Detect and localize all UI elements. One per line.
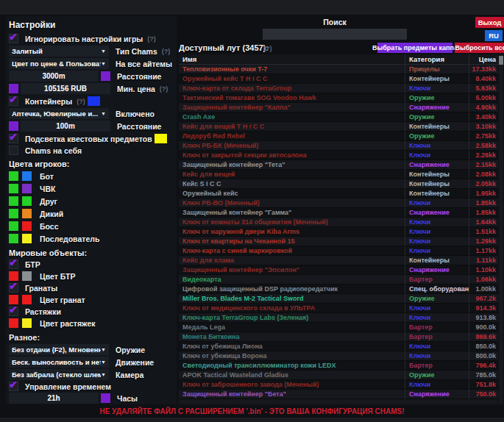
tripwire-visible-swatch[interactable] bbox=[9, 318, 18, 328]
help-icon[interactable]: (?) bbox=[263, 45, 272, 52]
player-visible-swatch[interactable] bbox=[9, 234, 18, 243]
table-row[interactable]: Ключ от заброшенного завода (Меченый)Клю… bbox=[179, 380, 498, 390]
table-row[interactable]: Защищенный контейнер "Бета"Снаряжение750… bbox=[179, 390, 498, 399]
column-header-category[interactable]: Категория bbox=[405, 54, 469, 64]
player-color-swatch[interactable] bbox=[22, 234, 32, 243]
table-row[interactable]: APOK Tactical Wasteland GladiusОружие785… bbox=[179, 371, 498, 380]
help-icon[interactable]: (?) bbox=[147, 35, 156, 43]
help-icon[interactable]: (?) bbox=[160, 85, 168, 93]
movement-dropdown[interactable]: Беск. выносливость и нет уста ▼ bbox=[9, 357, 109, 368]
table-row[interactable]: Ключ РБ-ВО (Меченый)Ключи1.85kk bbox=[179, 199, 498, 208]
table-row[interactable]: Защищенный контейнер "Гамма"Снаряжение1.… bbox=[179, 208, 498, 218]
table-row[interactable]: Ключ от комнаты 314 общежития (Меченый)К… bbox=[179, 218, 498, 227]
item-price: 17.33kk bbox=[469, 65, 498, 74]
table-row[interactable]: Ключ от медицинского склада в УЛЬТРАКлюч… bbox=[179, 304, 498, 313]
table-row[interactable]: ВидеокартаБартер1.06kk bbox=[179, 275, 498, 285]
player-color-swatch[interactable] bbox=[22, 221, 32, 231]
column-header-name[interactable]: Имя bbox=[179, 55, 405, 63]
item-name: Оружейный кейс bbox=[179, 190, 405, 197]
table-row[interactable]: Медаль LegaБартер900.0k bbox=[179, 323, 498, 332]
discard-all-button[interactable]: Выбросить все bbox=[455, 43, 504, 53]
player-visible-swatch[interactable] bbox=[9, 184, 18, 193]
language-button[interactable]: RU bbox=[485, 30, 503, 41]
distance-color-swatch[interactable] bbox=[101, 71, 110, 81]
item-price: 1.95kk bbox=[469, 189, 498, 198]
table-row[interactable]: Защищенный контейнер "Тета"Снаряжение2.1… bbox=[179, 160, 498, 170]
grenade-color-swatch[interactable] bbox=[22, 295, 32, 304]
table-row[interactable]: Ключ от наружной двери Kiba ArmsКлючи1.5… bbox=[179, 227, 498, 237]
cham-type-dropdown[interactable]: Залитый ▼ bbox=[9, 46, 109, 57]
color-mode-dropdown[interactable]: Цвет по цене & Пользователь ▼ bbox=[9, 58, 109, 69]
player-visible-swatch[interactable] bbox=[9, 171, 18, 181]
grenade-color-row: Цвет гранат bbox=[9, 293, 177, 306]
grenades-checkbox[interactable]: ✔ bbox=[9, 283, 18, 293]
camera-dropdown[interactable]: Без забрала (стекло шлема) ▼ bbox=[9, 369, 109, 380]
item-name: Медаль Lega bbox=[179, 323, 405, 331]
tripwire-color-swatch[interactable] bbox=[22, 318, 32, 328]
table-row[interactable]: Miller Bros. Blades M-2 Tactical SwordОр… bbox=[179, 294, 498, 304]
player-color-swatch[interactable] bbox=[22, 184, 32, 193]
weapon-dropdown[interactable]: Без отдачи (F2), Мгновенное п ▼ bbox=[9, 344, 109, 355]
search-input[interactable] bbox=[263, 29, 407, 40]
table-row[interactable]: Тактический томагавк SOG Voodoo HawkОруж… bbox=[179, 93, 498, 103]
player-visible-swatch[interactable] bbox=[9, 196, 18, 206]
table-row[interactable]: Светодиодный трансиллюминатор кожи LEDXБ… bbox=[179, 361, 498, 371]
select-kappa-items-button[interactable]: Выбрать предметы каппа bbox=[377, 43, 452, 53]
containers-checkbox[interactable]: ✔ bbox=[9, 96, 18, 106]
min-price-color-swatch[interactable] bbox=[9, 84, 18, 93]
player-color-row: Дикий bbox=[9, 207, 177, 220]
help-icon[interactable]: (?) bbox=[162, 48, 171, 55]
table-scrollbar[interactable] bbox=[499, 54, 503, 404]
item-category: Бартер bbox=[405, 332, 469, 341]
distance-input[interactable] bbox=[9, 71, 99, 82]
player-color-swatch[interactable] bbox=[22, 196, 32, 206]
self-chams-checkbox[interactable] bbox=[9, 146, 18, 155]
table-row[interactable]: Ключ-карта TerraGroup Labs (Зеленая)Ключ… bbox=[179, 313, 498, 323]
table-row[interactable]: Кейс для хламаКонтейнеры1.11kk bbox=[179, 256, 498, 265]
table-row[interactable]: Тепловизионные очки T-7Прицелы17.33kk bbox=[179, 65, 498, 74]
ignore-game-settings-checkbox[interactable]: ✔ bbox=[9, 34, 18, 43]
hours-input[interactable] bbox=[9, 393, 99, 404]
table-row[interactable]: Монета БиткоинаБартер869.6k bbox=[179, 332, 498, 342]
table-row[interactable]: Защищенный контейнер "Каппа"Снаряжение4.… bbox=[179, 103, 498, 112]
btr-color-swatch[interactable] bbox=[22, 271, 32, 281]
min-price-input[interactable] bbox=[21, 83, 110, 94]
table-row[interactable]: Кейс для вещейКонтейнеры2.08kk bbox=[179, 170, 498, 179]
table-row[interactable]: Кейс для вещей T H I C CКонтейнеры3.10kk bbox=[179, 122, 498, 132]
tripwires-checkbox[interactable]: ✔ bbox=[9, 307, 18, 316]
table-row[interactable]: Ключ от убежища ВоронаКлючи800.0k bbox=[179, 351, 498, 361]
table-row[interactable]: Оружейный кейсКонтейнеры1.95kk bbox=[179, 189, 498, 199]
exit-button[interactable]: Выход bbox=[475, 17, 504, 28]
table-row[interactable]: Ключ-карта от склада TerraGroupКлючи5.63… bbox=[179, 84, 498, 93]
containers-distance-swatch[interactable] bbox=[9, 121, 18, 131]
table-row[interactable]: Ключ от закрытой секции автосалонаКлючи2… bbox=[179, 151, 498, 160]
time-control-checkbox[interactable]: ✔ bbox=[9, 382, 18, 391]
table-row[interactable]: Ключ от убежища ЛионаКлючи850.0k bbox=[179, 342, 498, 351]
item-name: Ключ от заброшенного завода (Меченый) bbox=[179, 381, 405, 388]
column-header-price[interactable]: Цена bbox=[469, 54, 498, 64]
table-row[interactable]: Оружейный кейс T H I C CКонтейнеры8.40kk bbox=[179, 74, 498, 84]
player-visible-swatch[interactable] bbox=[9, 221, 18, 231]
quest-highlight-checkbox[interactable]: ✔ bbox=[9, 134, 18, 143]
table-row[interactable]: Кейс S I C CКонтейнеры2.05kk bbox=[179, 179, 498, 189]
help-icon[interactable]: (?) bbox=[77, 98, 85, 105]
table-row[interactable]: Crash AxeОружие3.40kk bbox=[179, 112, 498, 122]
containers-distance-input[interactable] bbox=[21, 121, 110, 132]
btr-checkbox[interactable]: ✔ bbox=[9, 260, 18, 269]
table-row[interactable]: Ключ от квартиры на Чеканной 15Ключи1.29… bbox=[179, 237, 498, 246]
scrollbar-thumb[interactable] bbox=[499, 56, 503, 65]
containers-filter-dropdown[interactable]: Аптечка, Ювелирные и... ▼ bbox=[9, 108, 109, 119]
table-row[interactable]: Защищенный контейнер "Эпсилон"Снаряжение… bbox=[179, 265, 498, 275]
player-color-swatch[interactable] bbox=[22, 171, 32, 181]
table-row[interactable]: Ключ-карта с синей маркировкойКлючи1.17k… bbox=[179, 246, 498, 256]
item-price: 913.8k bbox=[469, 313, 498, 322]
player-color-swatch[interactable] bbox=[22, 209, 32, 218]
table-row[interactable]: Цифровой защищенный DSP радиопередатчикС… bbox=[179, 285, 498, 294]
table-row[interactable]: Ледоруб Red RebelОружие2.75kk bbox=[179, 132, 498, 141]
quest-highlight-swatch[interactable] bbox=[155, 134, 167, 143]
player-visible-swatch[interactable] bbox=[9, 209, 18, 218]
containers-color-swatch[interactable] bbox=[88, 96, 100, 106]
table-row[interactable]: Ключ РБ-БК (Меченый)Ключи2.58kk bbox=[179, 141, 498, 151]
hours-color-swatch[interactable] bbox=[101, 393, 110, 403]
item-name: Тактический томагавк SOG Voodoo Hawk bbox=[179, 94, 405, 101]
